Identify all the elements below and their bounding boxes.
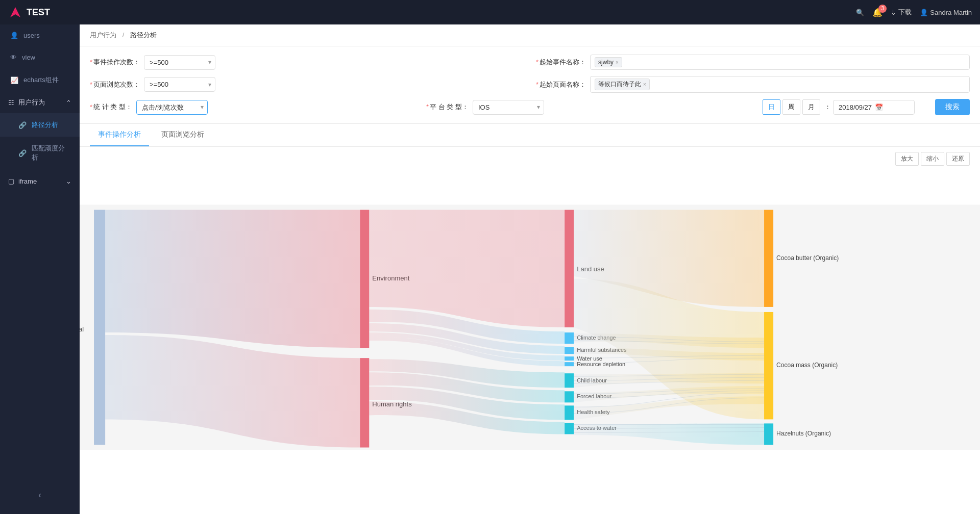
- date-picker[interactable]: 2018/09/27 📅: [833, 100, 915, 115]
- filter-row-3: *统 计 类 型： 点击/浏览次数 *平 台 类 型： IOS: [90, 99, 970, 115]
- sidebar-item-match-degree[interactable]: 🔗 匹配顽度分析: [0, 137, 80, 169]
- sidebar-item-view[interactable]: 👁 view: [0, 46, 80, 68]
- download-icon: ⇓: [891, 9, 896, 16]
- period-month-button[interactable]: 月: [802, 99, 820, 115]
- platform-select[interactable]: IOS: [473, 100, 544, 115]
- link-total-environment: [105, 210, 360, 348]
- notification-bell[interactable]: 🔔 3: [872, 8, 883, 17]
- node-resource-depletion: [565, 362, 574, 366]
- period-week-button[interactable]: 周: [782, 99, 800, 115]
- page-tag-close-icon[interactable]: ×: [643, 82, 646, 87]
- node-child-labour: [565, 373, 574, 388]
- search-icon[interactable]: 🔍: [856, 9, 864, 16]
- tab-event-operation[interactable]: 事件操作分析: [90, 124, 149, 146]
- breadcrumb-parent: 用户行为: [90, 31, 116, 39]
- start-page-tag: 等候口而待子此 ×: [595, 79, 650, 90]
- sidebar-item-echarts[interactable]: 📈 echarts组件: [0, 68, 80, 92]
- sankey-diagram: Total Environment Human rights Land use …: [80, 167, 980, 487]
- node-total: [94, 210, 105, 445]
- date-value: 2018/09/27: [839, 104, 872, 111]
- zoom-in-button[interactable]: 放大: [895, 152, 919, 166]
- search-button[interactable]: 搜索: [935, 99, 970, 115]
- node-hazelnuts: [764, 423, 773, 445]
- node-human-rights: [360, 358, 369, 447]
- eye-icon: 👁: [10, 54, 17, 61]
- sidebar-label-path: 路径分析: [32, 120, 58, 130]
- collapse-icon: ‹: [38, 491, 41, 500]
- stat-type-select-wrap[interactable]: 点击/浏览次数: [136, 100, 208, 115]
- sidebar-item-iframe[interactable]: ▢ iframe ⌄: [0, 171, 80, 191]
- node-access-water: [565, 423, 574, 434]
- breadcrumb-current: 路径分析: [130, 31, 157, 39]
- node-cocoa-mass: [764, 312, 773, 419]
- filter-row-2: *页面浏览次数： >=500 *起始页面名称： 等候口而待子此: [90, 76, 970, 93]
- top-navbar: TEST 🔍 🔔 3 ⇓ 下载 👤 Sandra Martin: [0, 0, 980, 24]
- start-page-input[interactable]: 等候口而待子此 ×: [590, 76, 970, 93]
- notification-count: 3: [878, 5, 887, 13]
- chart-icon: 📈: [10, 76, 18, 84]
- app-title: TEST: [27, 7, 50, 18]
- event-count-select-wrap[interactable]: >=500: [144, 55, 215, 70]
- label-total: Total: [80, 325, 84, 333]
- event-count-label: *事件操作次数：: [90, 58, 140, 67]
- sankey-svg: Total Environment Human rights Land use …: [80, 167, 980, 487]
- user-menu[interactable]: 👤 Sandra Martin: [920, 9, 972, 16]
- sidebar-label-echarts: echarts组件: [23, 75, 59, 85]
- download-button[interactable]: ⇓ 下载: [891, 8, 912, 17]
- sidebar-label-iframe: iframe: [18, 177, 37, 185]
- start-page-label: *起始页面名称：: [536, 80, 586, 89]
- content-area: 用户行为 / 路径分析 *事件操作次数： >=500: [80, 24, 980, 514]
- sidebar-label-match: 匹配顽度分析: [32, 144, 69, 162]
- label-resource: Resource depletion: [577, 361, 625, 367]
- label-cocoa-butter: Cocoa butter (Organic): [776, 254, 839, 262]
- filter-event-count: *事件操作次数： >=500: [90, 55, 524, 70]
- date-controls: 日 周 月 ： 2018/09/27 📅: [763, 99, 915, 115]
- sidebar-item-users[interactable]: 👤 users: [0, 24, 80, 46]
- reset-button[interactable]: 还原: [946, 152, 970, 166]
- tab-bar: 事件操作分析 页面浏览分析: [80, 124, 980, 147]
- platform-label: *平 台 类 型：: [426, 102, 469, 112]
- node-climate-change: [565, 332, 574, 344]
- nav-right: 🔍 🔔 3 ⇓ 下载 👤 Sandra Martin: [856, 8, 972, 17]
- person-icon: 👤: [10, 32, 18, 39]
- logo-icon: [8, 5, 22, 19]
- sidebar-label-view: view: [22, 54, 35, 61]
- page-count-select[interactable]: >=500: [144, 77, 215, 92]
- node-harmful-substances: [565, 347, 574, 354]
- tab-page-browse[interactable]: 页面浏览分析: [153, 124, 212, 146]
- zoom-out-button[interactable]: 缩小: [921, 152, 944, 166]
- start-event-input[interactable]: sjwby ×: [590, 55, 970, 70]
- stat-type-select[interactable]: 点击/浏览次数: [136, 100, 208, 115]
- start-event-label: *起始事件名称：: [536, 58, 586, 67]
- sidebar-item-path-analysis[interactable]: 🔗 路径分析: [0, 113, 80, 137]
- chart-toolbar: 放大 缩小 还原: [895, 152, 970, 166]
- start-event-tag: sjwby ×: [595, 57, 622, 67]
- svg-marker-0: [10, 7, 20, 17]
- node-water-use: [565, 356, 574, 361]
- sidebar-item-user-behavior[interactable]: ☷ 用户行为 ⌃: [0, 92, 80, 113]
- logo: TEST: [8, 5, 50, 19]
- filter-row-1: *事件操作次数： >=500 *起始事件名称： sjwby: [90, 55, 970, 70]
- event-count-select[interactable]: >=500: [144, 55, 215, 70]
- grid-icon: ☷: [8, 99, 14, 107]
- sidebar-label-users: users: [23, 32, 40, 39]
- node-land-use: [565, 210, 574, 327]
- platform-select-wrap[interactable]: IOS: [473, 100, 544, 115]
- filter-page-count: *页面浏览次数： >=500: [90, 77, 524, 92]
- link-icon: 🔗: [18, 121, 27, 129]
- sidebar-collapse-button[interactable]: ‹: [0, 486, 80, 504]
- label-cocoa-mass: Cocoa mass (Organic): [776, 362, 838, 369]
- calendar-icon: 📅: [875, 104, 883, 111]
- user-icon: 👤: [920, 9, 928, 16]
- sidebar: 👤 users 👁 view 📈 echarts组件 ☷ 用户行为 ⌃ 🔗 路径…: [0, 24, 80, 514]
- page-count-select-wrap[interactable]: >=500: [144, 77, 215, 92]
- node-forced-labour: [565, 391, 574, 402]
- filter-start-page: *起始页面名称： 等候口而待子此 ×: [536, 76, 970, 93]
- breadcrumb: 用户行为 / 路径分析: [80, 24, 980, 46]
- filter-stat-type: *统 计 类 型： 点击/浏览次数: [90, 100, 414, 115]
- tag-close-icon[interactable]: ×: [616, 60, 619, 65]
- node-cocoa-butter: [764, 210, 773, 306]
- period-day-button[interactable]: 日: [763, 99, 780, 115]
- node-environment: [360, 210, 369, 348]
- user-name: Sandra Martin: [930, 9, 972, 16]
